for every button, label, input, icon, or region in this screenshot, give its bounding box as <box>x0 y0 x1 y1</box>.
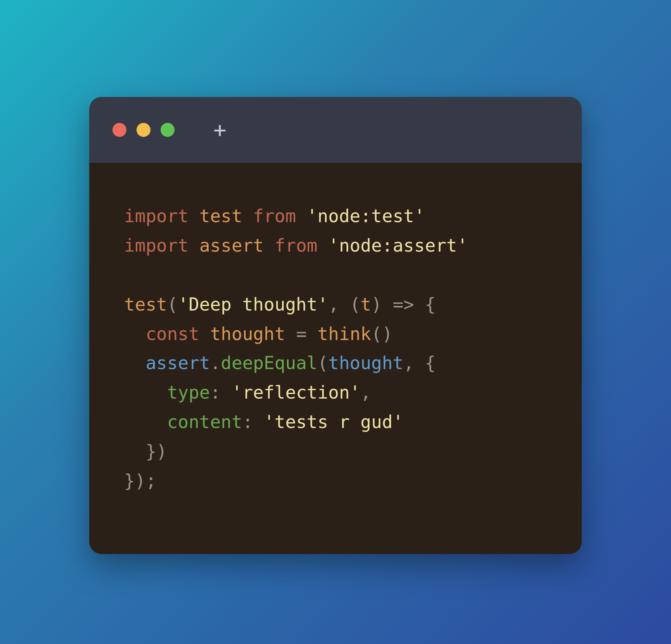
code-line: assert.deepEqual(thought, { <box>124 352 436 373</box>
titlebar: + <box>89 97 582 163</box>
traffic-lights <box>112 123 175 137</box>
code-line: type: 'reflection', <box>124 382 371 403</box>
code-line: }); <box>124 470 156 491</box>
code-editor[interactable]: import test from 'node:test' import asse… <box>89 163 582 554</box>
code-line: const thought = think() <box>124 323 393 344</box>
code-line: content: 'tests r gud' <box>124 411 403 432</box>
minimize-button[interactable] <box>137 123 150 137</box>
code-line: import test from 'node:test' <box>124 205 425 226</box>
code-line: import assert from 'node:assert' <box>124 235 468 256</box>
close-button[interactable] <box>112 123 126 137</box>
maximize-button[interactable] <box>161 123 175 137</box>
code-line: test('Deep thought', (t) => { <box>124 294 436 315</box>
code-window: + import test from 'node:test' import as… <box>89 97 582 554</box>
code-line: }) <box>124 441 167 462</box>
new-tab-icon[interactable]: + <box>213 119 227 141</box>
